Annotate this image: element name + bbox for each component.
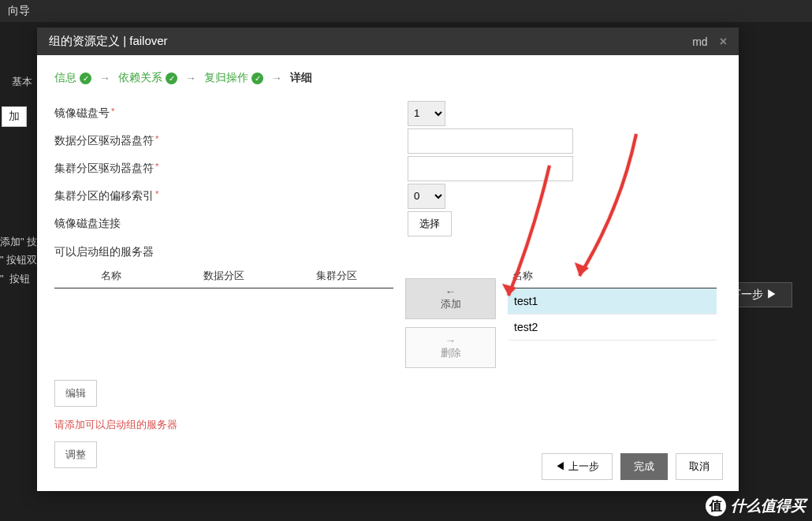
bg-label: 基本: [12, 75, 32, 89]
step-recovery[interactable]: 复归操作 ✓: [204, 71, 263, 85]
delete-button[interactable]: → 删除: [405, 327, 496, 368]
label-mirror-connection: 镜像磁盘连接: [54, 217, 401, 231]
step-detail: 详细: [290, 71, 312, 85]
modal-header-right-text: md: [692, 35, 707, 48]
table-row[interactable]: test1: [508, 288, 717, 314]
prev-button[interactable]: ◀ 上一步: [542, 453, 613, 480]
bg-hint: 添加" 技 " 按钮双 " 按钮: [0, 233, 37, 288]
chevron-right-icon: →: [185, 72, 196, 84]
input-data-partition[interactable]: [408, 128, 573, 154]
select-cluster-offset[interactable]: 0: [408, 184, 445, 209]
arrow-right-icon: →: [445, 335, 456, 346]
check-icon: ✓: [251, 73, 263, 84]
label-data-partition: 数据分区驱动器盘符*: [54, 134, 401, 148]
bg-button[interactable]: 加: [2, 106, 27, 127]
label-cluster-offset: 集群分区的偏移索引*: [54, 189, 401, 203]
close-icon[interactable]: ×: [720, 35, 727, 49]
bg-top-bar: 向导: [0, 0, 812, 22]
step-info[interactable]: 信息 ✓: [54, 71, 91, 85]
arrow-left-icon: ←: [445, 286, 456, 297]
assigned-servers-table: 名称 数据分区 集群分区: [54, 264, 393, 288]
watermark-text: 什么值得买: [731, 496, 806, 516]
col-data-partition: 数据分区: [167, 269, 280, 283]
select-mirror-disk-no[interactable]: 1: [408, 101, 445, 126]
check-icon: ✓: [80, 73, 91, 84]
table-row[interactable]: test2: [508, 314, 717, 341]
modal-title: 组的资源定义 | failover: [49, 34, 168, 49]
chevron-right-icon: →: [99, 72, 110, 84]
col-cluster-partition: 集群分区: [281, 269, 393, 283]
modal-footer: ◀ 上一步 完成 取消: [526, 442, 739, 491]
finish-button[interactable]: 完成: [620, 453, 668, 480]
chevron-right-icon: →: [271, 72, 282, 84]
input-cluster-partition[interactable]: [408, 156, 573, 181]
modal-dialog: 组的资源定义 | failover md × 信息 ✓ → 依赖关系 ✓ → 复…: [37, 28, 739, 491]
step-label: 信息: [54, 71, 76, 85]
caret-left-icon: ◀: [555, 460, 568, 472]
available-servers-table: 名称 test1 test2: [508, 264, 717, 341]
label-cluster-partition: 集群分区驱动器盘符*: [54, 162, 401, 176]
cancel-button[interactable]: 取消: [676, 453, 723, 480]
check-icon: ✓: [166, 73, 177, 84]
add-button-label: 添加: [441, 297, 461, 311]
servers-section-label: 可以启动组的服务器: [54, 245, 721, 259]
select-mirror-connection-button[interactable]: 选择: [408, 211, 452, 236]
adjust-button[interactable]: 调整: [54, 441, 97, 468]
watermark: 值 什么值得买: [699, 491, 812, 521]
col-name: 名称: [508, 269, 717, 283]
add-button[interactable]: ← 添加: [405, 278, 496, 319]
watermark-logo-icon: 值: [706, 496, 726, 516]
wizard-steps: 信息 ✓ → 依赖关系 ✓ → 复归操作 ✓ → 详细: [54, 71, 721, 85]
col-name: 名称: [54, 269, 167, 283]
warning-text: 请添加可以启动组的服务器: [54, 418, 721, 432]
delete-button-label: 删除: [441, 346, 461, 360]
step-label: 复归操作: [204, 71, 248, 85]
modal-header: 组的资源定义 | failover md ×: [37, 28, 739, 55]
step-label: 依赖关系: [118, 71, 162, 85]
label-mirror-disk-no: 镜像磁盘号*: [54, 106, 401, 121]
edit-button[interactable]: 编辑: [54, 380, 97, 407]
step-dependency[interactable]: 依赖关系 ✓: [118, 71, 177, 85]
